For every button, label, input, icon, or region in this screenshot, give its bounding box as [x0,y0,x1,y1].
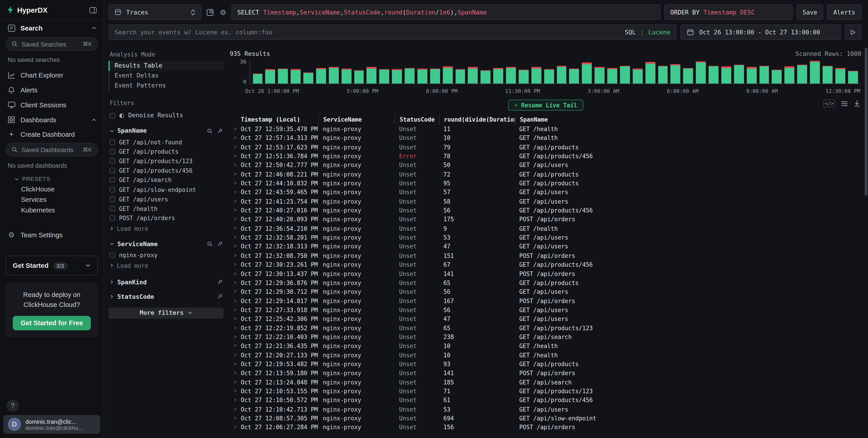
filter-checkbox-item[interactable]: GET /api/products [108,147,224,156]
row-expand-chevron[interactable]: › [230,287,241,296]
row-expand-chevron[interactable]: › [230,405,241,414]
row-expand-chevron[interactable]: › [230,206,241,215]
table-row[interactable]: ›Oct 27 12:32:18.313 PMnginx-proxyUnset4… [230,242,862,251]
save-button[interactable]: Save [797,4,824,20]
filter-search-icon[interactable] [207,128,212,134]
chart-bar[interactable] [493,61,503,83]
filter-checkbox-item[interactable]: POST /api/orders [108,213,224,223]
row-expand-chevron[interactable]: › [230,350,241,360]
source-settings-gear-icon[interactable]: ⚙ [219,9,227,16]
chart-bar[interactable] [392,61,402,83]
chart-bar[interactable] [721,61,731,83]
chart-bar[interactable] [747,61,756,83]
chart-bar[interactable] [544,61,554,83]
order-by-display[interactable]: ORDER BY Timestamp DESC [664,4,793,20]
chart-bar[interactable] [443,61,453,83]
filter-group-spankind[interactable]: SpanKind [108,272,224,289]
table-row[interactable]: ›Oct 27 12:30:23.261 PMnginx-proxyUnset6… [230,260,862,269]
row-expand-chevron[interactable]: › [230,188,241,197]
sidebar-item-team-settings[interactable]: ⚙ Team Settings [0,227,103,242]
load-more-button[interactable]: Load more [108,260,224,272]
sidebar-item-search[interactable]: Search [0,21,103,35]
row-expand-chevron[interactable]: › [230,215,241,224]
more-filters-button[interactable]: More filters [108,308,224,319]
col-header-timestamp[interactable]: Timestamp (Local) [241,115,318,125]
chart-bar[interactable] [683,61,693,83]
row-expand-chevron[interactable]: › [230,314,241,324]
saved-dashboards-input[interactable]: Saved Dashboards ⌘K [5,143,98,157]
chart-bar[interactable] [430,61,440,83]
row-expand-chevron[interactable]: › [230,125,241,134]
row-expand-chevron[interactable]: › [230,332,241,341]
analysis-mode-event-patterns[interactable]: Event Patterns [108,81,224,91]
chart-bar[interactable] [772,61,782,83]
chart-bar[interactable] [468,61,478,83]
col-header-spanname[interactable]: SpanName [515,115,861,125]
row-expand-chevron[interactable]: › [230,134,241,143]
alerts-button[interactable]: Alerts [827,4,861,20]
denoise-results-checkbox[interactable]: ◐ Denoise Results [108,110,224,124]
analysis-mode-event-deltas[interactable]: Event Deltas [108,71,224,81]
table-row[interactable]: ›Oct 27 12:06:27.284 PMnginx-proxyUnset1… [230,423,862,432]
chart-bar[interactable] [341,61,351,83]
chart-bar[interactable] [379,61,389,83]
row-expand-chevron[interactable]: › [230,305,241,314]
chart-bar[interactable] [455,61,465,83]
filter-group-spanname[interactable]: SpanName [108,124,224,137]
hyperdx-logo[interactable]: HyperDX [6,6,48,14]
filter-group-statuscode[interactable]: StatusCode [108,289,224,303]
chart-bar[interactable] [709,61,718,83]
row-expand-chevron[interactable]: › [230,278,241,287]
chart-bar[interactable] [595,61,604,83]
row-expand-chevron[interactable]: › [230,143,241,151]
filter-checkbox-item[interactable]: GET /api/users [108,194,224,204]
chart-bar[interactable] [607,61,617,83]
table-row[interactable]: ›Oct 27 12:27:33.918 PMnginx-proxyUnset5… [230,305,862,314]
table-row[interactable]: ›Oct 27 12:44:10.832 PMnginx-proxyUnset9… [230,179,862,188]
table-row[interactable]: ›Oct 27 12:20:27.133 PMnginx-proxyUnset1… [230,350,862,360]
filter-search-icon[interactable] [207,241,212,247]
chart-bar[interactable] [569,61,579,83]
chart-bar[interactable] [316,61,326,83]
user-menu[interactable]: D dominic.tran@clic... dominic.tran@clic… [3,415,100,434]
row-expand-chevron[interactable]: › [230,396,241,405]
chart-bar[interactable] [696,61,706,83]
sidebar-item-dashboards[interactable]: Dashboards [0,112,103,127]
row-expand-chevron[interactable]: › [230,179,241,188]
table-row[interactable]: ›Oct 27 12:10:50.572 PMnginx-proxyUnset6… [230,396,862,405]
pin-icon[interactable] [217,279,222,285]
table-row[interactable]: ›Oct 27 12:40:27.016 PMnginx-proxyUnset5… [230,206,862,215]
chart-bar[interactable] [759,61,769,83]
help-button[interactable]: ? [6,399,19,411]
row-expand-chevron[interactable]: › [230,360,241,369]
row-expand-chevron[interactable]: › [230,378,241,387]
col-header-statuscode[interactable]: StatusCode [395,115,439,125]
chart-bar[interactable] [531,61,541,83]
row-expand-chevron[interactable]: › [230,341,241,350]
chart-bar[interactable] [519,61,529,83]
table-row[interactable]: ›Oct 27 12:13:59.180 PMnginx-proxyUnset1… [230,369,862,378]
row-expand-chevron[interactable]: › [230,151,241,161]
get-started-for-free-button[interactable]: Get Started for Free [13,316,91,330]
filter-checkbox-item[interactable]: nginx-proxy [108,250,224,260]
chart-bar[interactable] [645,61,655,83]
table-row[interactable]: ›Oct 27 12:57:14.313 PMnginx-proxyUnset1… [230,134,862,143]
search-input[interactable] [115,29,621,36]
get-started-dropdown[interactable]: Get Started 3/3 [5,256,98,275]
resume-live-tail-button[interactable]: ⚡ Resume Live Tail [508,100,583,111]
chart-bar[interactable] [734,61,744,83]
chart-bar[interactable] [303,61,313,83]
table-row[interactable]: ›Oct 27 12:53:17.623 PMnginx-proxyUnset7… [230,143,862,151]
row-expand-chevron[interactable]: › [230,233,241,242]
chart-bar[interactable] [632,61,643,83]
chart-bar[interactable] [823,61,833,83]
chart-bar[interactable] [265,61,275,83]
saved-searches-input[interactable]: Saved Searches ⌘K [5,37,98,51]
table-row[interactable]: ›Oct 27 12:10:42.713 PMnginx-proxyUnset5… [230,405,862,414]
filter-group-servicename[interactable]: ServiceName [108,235,224,250]
row-expand-chevron[interactable]: › [230,260,241,269]
filter-checkbox-item[interactable]: GET /api/search [108,175,224,184]
table-row[interactable]: ›Oct 27 12:51:36.784 PMnginx-proxyError7… [230,151,862,161]
table-row[interactable]: ›Oct 27 12:22:10.403 PMnginx-proxyUnset2… [230,332,862,341]
table-row[interactable]: ›Oct 27 12:30:13.437 PMnginx-proxyUnset1… [230,269,862,278]
